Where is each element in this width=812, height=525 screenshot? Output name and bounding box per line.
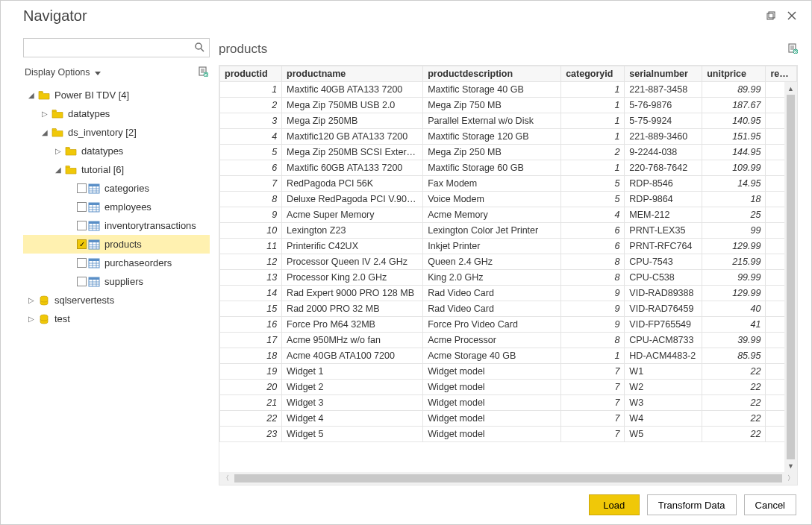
tree-item-power-bi-tdv-4-[interactable]: ◢Power BI TDV [4] [23, 86, 210, 104]
table-row[interactable]: 16Force Pro M64 32MBForce Pro Video Card… [220, 317, 797, 333]
tree-item-purchaseorders[interactable]: purchaseorders [23, 254, 210, 272]
table-row[interactable]: 1Maxtific 40GB ATA133 7200Maxtific Stora… [220, 82, 797, 98]
table-row[interactable]: 2Mega Zip 750MB USB 2.0Mega Zip 750 MB15… [220, 98, 797, 113]
chevron-right-icon[interactable]: ▷ [26, 296, 37, 304]
table-row[interactable]: 7RedPagoda PCI 56KFax Modem5RDP-854614.9… [220, 176, 797, 192]
close-icon[interactable] [781, 5, 802, 26]
folder-icon [38, 90, 50, 101]
tree-item-suppliers[interactable]: suppliers [23, 272, 210, 291]
tree-item-employees[interactable]: employees [23, 198, 210, 216]
load-button[interactable]: Load [589, 494, 640, 515]
cell: 18 [220, 348, 282, 364]
table-row[interactable]: 23Widget 5Widget model7W522 [220, 427, 797, 442]
cell: Maxtific 40GB ATA133 7200 [282, 82, 423, 98]
cancel-button[interactable]: Cancel [744, 494, 796, 515]
search-input[interactable] [28, 43, 194, 54]
cell: Widget 5 [282, 427, 423, 442]
cell: CPU-7543 [625, 254, 702, 270]
main-header: products [219, 38, 798, 60]
scroll-left-icon[interactable]: 〈 [219, 472, 232, 485]
vertical-scrollbar[interactable]: ▲ ▼ [784, 82, 797, 472]
checkbox[interactable] [77, 258, 87, 268]
cell: RDP-8546 [625, 176, 702, 192]
tree-item-datatypes[interactable]: ▷datatypes [23, 104, 210, 123]
column-header-categoryid[interactable]: categoryid [561, 66, 625, 82]
table-row[interactable]: 20Widget 2Widget model7W222 [220, 380, 797, 395]
cell: Acme Processor [423, 333, 561, 348]
table-row[interactable]: 4Maxtific120 GB ATA133 7200Maxtific Stor… [220, 129, 797, 145]
search-icon[interactable] [194, 42, 204, 54]
table-row[interactable]: 14Rad Expert 9000 PRO 128 MBRad Video Ca… [220, 286, 797, 301]
cell: 10 [220, 223, 282, 239]
cell: Widget model [423, 411, 561, 427]
horizontal-scrollbar[interactable]: 〈 〉 [219, 472, 797, 485]
table-row[interactable]: 18Acme 40GB ATA100 7200Acme Storage 40 G… [220, 348, 797, 364]
table-row[interactable]: 22Widget 4Widget model7W422 [220, 411, 797, 427]
scroll-right-icon[interactable]: 〉 [784, 472, 797, 485]
search-box[interactable] [23, 38, 210, 57]
column-header-productname[interactable]: productname [282, 66, 423, 82]
cell: 39.99 [702, 333, 766, 348]
tree-item-sqlservertests[interactable]: ▷sqlservertests [23, 291, 210, 309]
table-row[interactable]: 3Mega Zip 250MBParallel External w/o Dis… [220, 113, 797, 129]
scroll-down-icon[interactable]: ▼ [784, 459, 797, 472]
transform-data-button[interactable]: Transform Data [647, 494, 737, 515]
tree-view[interactable]: ◢Power BI TDV [4]▷datatypes◢ds_inventory… [23, 86, 210, 480]
restore-icon[interactable] [761, 5, 781, 26]
chevron-down-icon[interactable]: ◢ [53, 166, 63, 174]
table-row[interactable]: 12Processor Queen IV 2.4 GHzQueen 2.4 GH… [220, 254, 797, 270]
cell: 6 [220, 160, 282, 176]
checkbox[interactable]: ✓ [77, 239, 87, 249]
cell: W1 [625, 364, 702, 380]
refresh-icon[interactable] [198, 66, 208, 79]
chevron-down-icon[interactable]: ◢ [40, 128, 50, 136]
checkbox[interactable] [77, 277, 87, 286]
cell: Maxtific120 GB ATA133 7200 [282, 129, 423, 145]
footer: Load Transform Data Cancel [1, 485, 811, 524]
table-row[interactable]: 17Acme 950MHz w/o fanAcme Processor8CPU-… [220, 333, 797, 348]
checkbox[interactable] [77, 183, 87, 193]
tree-item-datatypes[interactable]: ▷datatypes [23, 142, 210, 160]
table-row[interactable]: 10Lexington Z23Lexington Color Jet Print… [220, 223, 797, 239]
chevron-right-icon[interactable]: ▷ [26, 315, 37, 323]
page-options-icon[interactable] [787, 43, 798, 56]
column-header-productid[interactable]: productid [220, 66, 282, 82]
table-row[interactable]: 6Maxtific 60GB ATA133 7200Maxtific Stora… [220, 160, 797, 176]
column-header-reorde[interactable]: reorde [766, 66, 797, 82]
chevron-down-icon[interactable]: ◢ [26, 91, 37, 99]
tree-item-test[interactable]: ▷test [23, 309, 210, 328]
cell: 129.99 [702, 286, 766, 301]
tree-item-products[interactable]: ✓products [23, 235, 210, 254]
cell: Widget 3 [282, 395, 423, 411]
table-row[interactable]: 19Widget 1Widget model7W122 [220, 364, 797, 380]
scroll-up-icon[interactable]: ▲ [784, 82, 797, 95]
checkbox[interactable] [77, 221, 87, 230]
column-header-unitprice[interactable]: unitprice [702, 66, 766, 82]
tree-item-tutorial-6-[interactable]: ◢tutorial [6] [23, 160, 210, 179]
cell: Processor Queen IV 2.4 GHz [282, 254, 423, 270]
display-options[interactable]: Display Options [23, 63, 210, 81]
tree-item-label: products [104, 239, 142, 250]
scroll-thumb[interactable] [787, 95, 795, 459]
table-row[interactable]: 11Printerific C42UXInkjet Printer6PRNT-R… [220, 239, 797, 254]
table-row[interactable]: 9Acme Super MemoryAcme Memory4MEM-21225 [220, 207, 797, 223]
tree-item-label: suppliers [104, 276, 143, 287]
cell: 23 [220, 427, 282, 442]
chevron-right-icon[interactable]: ▷ [53, 147, 63, 155]
tree-item-ds-inventory-2-[interactable]: ◢ds_inventory [2] [23, 123, 210, 142]
chevron-right-icon[interactable]: ▷ [40, 110, 50, 118]
cell: W5 [625, 427, 702, 442]
tree-item-inventorytransactions[interactable]: inventorytransactions [23, 216, 210, 235]
scroll-thumb[interactable] [234, 474, 782, 482]
table-row[interactable]: 21Widget 3Widget model7W322 [220, 395, 797, 411]
table-row[interactable]: 13Processor King 2.0 GHzKing 2.0 GHz8CPU… [220, 270, 797, 286]
cell: 25 [702, 207, 766, 223]
column-header-productdescription[interactable]: productdescription [423, 66, 561, 82]
table-row[interactable]: 5Mega Zip 250MB SCSI ExternalMega Zip 25… [220, 145, 797, 160]
checkbox[interactable] [77, 202, 87, 212]
table-row[interactable]: 8Deluxe RedPagoda PCI V.90 56KVoice Mode… [220, 192, 797, 207]
column-header-serialnumber[interactable]: serialnumber [625, 66, 702, 82]
tree-item-categories[interactable]: categories [23, 179, 210, 198]
table-row[interactable]: 15Rad 2000 PRO 32 MBRad Video Card9VID-R… [220, 301, 797, 317]
cell: PRNT-RFC764 [625, 239, 702, 254]
